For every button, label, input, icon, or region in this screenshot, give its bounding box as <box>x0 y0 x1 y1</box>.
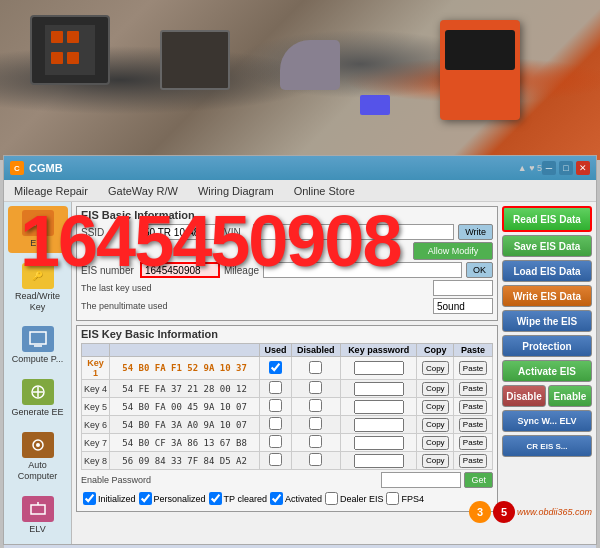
checkbox-input[interactable] <box>270 492 283 505</box>
penultimate-label: The penultimate used <box>81 301 429 311</box>
checkbox-label: Initialized <box>98 494 136 504</box>
last-key-row: The last key used <box>81 280 493 296</box>
col-used: Used <box>260 344 291 357</box>
allow-modify-row: Allow Modify <box>81 242 493 260</box>
key-table: Used Disabled Key password Copy Paste Ke… <box>81 343 493 470</box>
wipe-eis-button[interactable]: Wipe the EIS <box>502 310 592 332</box>
read-eis-button[interactable]: Read EIS Data <box>502 206 592 232</box>
key-paste-btn[interactable]: Paste <box>454 416 493 434</box>
sidebar: EIS EIS 🔑 Read/Write Key Compute P... <box>4 202 72 544</box>
checkbox-input[interactable] <box>83 492 96 505</box>
ssid-input[interactable] <box>140 224 220 240</box>
checkbox-input[interactable] <box>139 492 152 505</box>
disable-button[interactable]: Disable <box>502 385 546 407</box>
svg-rect-0 <box>30 332 46 344</box>
write-eis-button[interactable]: Write EIS Data <box>502 285 592 307</box>
photo-area <box>0 0 600 160</box>
sidebar-item-read-write-key[interactable]: 🔑 Read/Write Key <box>8 259 68 317</box>
menu-online-store[interactable]: Online Store <box>288 183 361 199</box>
enable-password-label: Enable Password <box>81 475 378 485</box>
key-password-input <box>340 434 417 452</box>
disable-enable-pair: Disable Enable <box>502 385 592 407</box>
enable-button[interactable]: Enable <box>548 385 592 407</box>
key-used <box>260 416 291 434</box>
elv-icon <box>22 496 54 522</box>
key-paste-btn[interactable]: Paste <box>454 452 493 470</box>
get-button[interactable]: Get <box>464 472 493 488</box>
key-paste-btn[interactable]: Paste <box>454 398 493 416</box>
key-copy-btn[interactable]: Copy <box>417 398 454 416</box>
load-eis-button[interactable]: Load EIS Data <box>502 260 592 282</box>
key-label: Key 6 <box>82 416 110 434</box>
generate-icon <box>22 379 54 405</box>
watermark-site: www.obdii365.com <box>517 507 592 517</box>
checkbox-item: TP cleared <box>209 492 267 505</box>
key-password-input <box>340 398 417 416</box>
col-password: Key password <box>340 344 417 357</box>
key-copy-btn[interactable]: Copy <box>417 357 454 380</box>
vin-input[interactable] <box>253 224 454 240</box>
key-paste-btn[interactable]: Paste <box>454 380 493 398</box>
key-copy-btn[interactable]: Copy <box>417 380 454 398</box>
key-copy-btn[interactable]: Copy <box>417 452 454 470</box>
mileage-input[interactable] <box>263 262 462 278</box>
key-disabled <box>291 380 340 398</box>
sidebar-item-compute[interactable]: Compute P... <box>8 322 68 369</box>
col-disabled: Disabled <box>291 344 340 357</box>
write-button[interactable]: Write <box>458 224 493 240</box>
sidebar-item-eis[interactable]: EIS EIS <box>8 206 68 253</box>
sidebar-item-generate-ee[interactable]: Generate EE <box>8 375 68 422</box>
key-bytes: 56 09 84 33 7F 84 D5 A2 <box>110 452 260 470</box>
key-disabled <box>291 452 340 470</box>
last-key-input[interactable] <box>433 280 493 296</box>
sidebar-item-auto-computer[interactable]: Auto Computer <box>8 428 68 486</box>
allow-modify-button[interactable]: Allow Modify <box>413 242 493 260</box>
checkbox-label: Personalized <box>154 494 206 504</box>
compute-icon <box>22 326 54 352</box>
menu-mileage-repair[interactable]: Mileage Repair <box>8 183 94 199</box>
last-key-label: The last key used <box>81 283 429 293</box>
key-label: Key 4 <box>82 380 110 398</box>
sync-elv-button[interactable]: Sync W... ELV <box>502 410 592 432</box>
svg-rect-7 <box>31 505 45 514</box>
minimize-button[interactable]: ─ <box>542 161 556 175</box>
key-bytes: 54 B0 FA 3A A0 9A 10 07 <box>110 416 260 434</box>
activate-eis-button[interactable]: Activate EIS <box>502 360 592 382</box>
key-password-input <box>340 416 417 434</box>
ok-button[interactable]: OK <box>466 262 493 278</box>
key-used <box>260 380 291 398</box>
menu-wiring-diagram[interactable]: Wiring Diagram <box>192 183 280 199</box>
window-controls: ─ □ ✕ <box>542 161 590 175</box>
key-paste-btn[interactable]: Paste <box>454 434 493 452</box>
enable-password-row: Enable Password Get <box>81 470 493 490</box>
key-copy-btn[interactable]: Copy <box>417 416 454 434</box>
protection-button[interactable]: Protection <box>502 335 592 357</box>
checkbox-input[interactable] <box>386 492 399 505</box>
content-area: EIS Basic Information SSID VIN Write All… <box>72 202 596 544</box>
close-button[interactable]: ✕ <box>576 161 590 175</box>
checkbox-input[interactable] <box>209 492 222 505</box>
maximize-button[interactable]: □ <box>559 161 573 175</box>
key-label: Key 8 <box>82 452 110 470</box>
save-eis-button[interactable]: Save EIS Data <box>502 235 592 257</box>
sidebar-item-elv[interactable]: ELV <box>8 492 68 539</box>
menu-bar: Mileage Repair GateWay R/W Wiring Diagra… <box>4 180 596 202</box>
key-copy-btn[interactable]: Copy <box>417 434 454 452</box>
sidebar-key-label: Read/Write Key <box>10 291 66 313</box>
key-used <box>260 357 291 380</box>
sidebar-eis-label: EIS <box>30 238 45 249</box>
sidebar-elv-label: ELV <box>29 524 45 535</box>
key-password-input <box>340 380 417 398</box>
eis-number-input[interactable] <box>140 262 220 278</box>
menu-gateway-rw[interactable]: GateWay R/W <box>102 183 184 199</box>
checkbox-input[interactable] <box>325 492 338 505</box>
enable-password-input[interactable] <box>381 472 461 488</box>
penultimate-input[interactable] <box>433 298 493 314</box>
checkbox-item: Dealer EIS <box>325 492 384 505</box>
key-paste-btn[interactable]: Paste <box>454 357 493 380</box>
status-bar: Busy success! <box>4 544 596 548</box>
table-row: Key 6 54 B0 FA 3A A0 9A 10 07 Copy Paste <box>82 416 493 434</box>
sidebar-generate-label: Generate EE <box>11 407 63 418</box>
cr-eis-button[interactable]: CR EIS S... <box>502 435 592 457</box>
title-bar: C CGMB ▲ ♥ 5 ─ □ ✕ <box>4 156 596 180</box>
